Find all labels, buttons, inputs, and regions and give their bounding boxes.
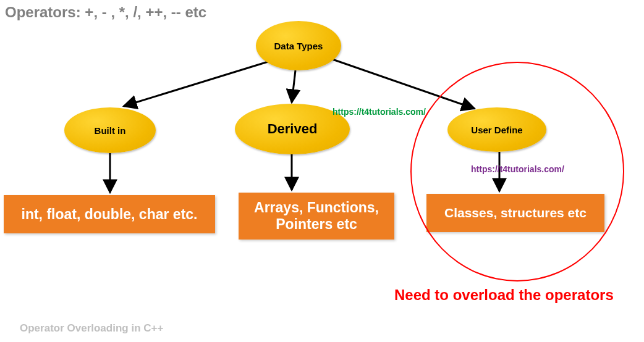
node-label: Data Types xyxy=(274,41,323,51)
watermark-green: https://t4tutorials.com/ xyxy=(333,107,426,117)
svg-line-1 xyxy=(292,70,295,102)
box-text: Classes, structures etc xyxy=(444,206,587,220)
box-text: Arrays, Functions, Pointers etc xyxy=(241,199,392,233)
node-label: Built in xyxy=(95,125,126,136)
box-user-define-examples: Classes, structures etc xyxy=(426,194,604,232)
highlight-text: Need to overload the operators xyxy=(394,286,614,304)
box-built-in-examples: int, float, double, char etc. xyxy=(4,195,215,233)
node-data-types: Data Types xyxy=(256,21,341,70)
watermark-purple: https://t4tutorials.com/ xyxy=(471,164,564,174)
node-label: Derived xyxy=(268,121,318,137)
box-text: int, float, double, char etc. xyxy=(22,206,198,223)
node-label: User Define xyxy=(471,125,522,135)
box-derived-examples: Arrays, Functions, Pointers etc xyxy=(239,193,394,240)
caption-text: Operator Overloading in C++ xyxy=(20,322,163,335)
svg-line-0 xyxy=(124,60,272,106)
node-user-define: User Define xyxy=(447,107,546,152)
diagram-canvas: Operators: +, - , *, /, ++, -- etc Opera… xyxy=(0,0,644,342)
node-built-in: Built in xyxy=(64,107,156,153)
page-title: Operators: +, - , *, /, ++, -- etc xyxy=(5,4,206,21)
svg-line-2 xyxy=(329,58,475,109)
